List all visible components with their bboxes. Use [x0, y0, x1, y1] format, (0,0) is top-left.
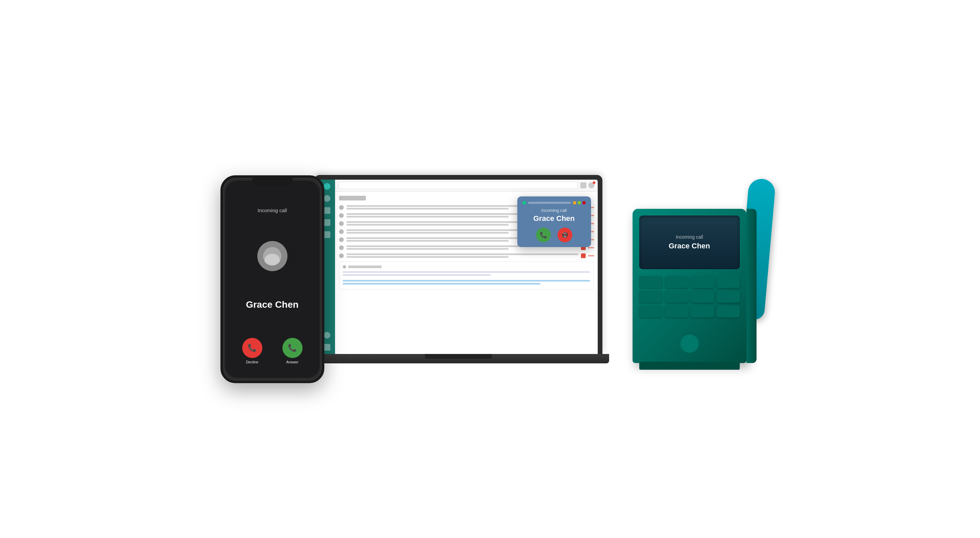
- list-line-2: [347, 208, 509, 209]
- popup-traffic-lights: [573, 201, 585, 204]
- list-item[interactable]: [339, 254, 594, 258]
- popup-answer-button[interactable]: 📞: [536, 228, 551, 243]
- popup-titlebar: [523, 201, 585, 204]
- laptop-screen: Incoming call Grace Chen 📞 📵: [319, 180, 598, 354]
- call-dots: [588, 247, 594, 248]
- phone-body: Incoming call Grace Chen: [633, 209, 746, 363]
- key-5[interactable]: [639, 291, 662, 303]
- popup-incoming-label: Incoming call: [523, 208, 585, 213]
- key-9[interactable]: [639, 305, 662, 318]
- phone-contact-name: Grace Chen: [246, 299, 299, 310]
- key-3[interactable]: [691, 276, 714, 288]
- phone-feet: [639, 362, 740, 370]
- phone-incoming-label: Incoming call: [258, 208, 287, 213]
- popup-caller-name: Grace Chen: [523, 214, 585, 223]
- smartphone-notch: [252, 178, 293, 187]
- bell-icon[interactable]: [588, 182, 594, 188]
- list-dot: [339, 229, 344, 234]
- sidebar-calls-icon[interactable]: [324, 219, 330, 226]
- panel-dot: [343, 265, 346, 268]
- key-star[interactable]: [665, 305, 688, 318]
- panel-header: [343, 265, 590, 268]
- call-dots: [588, 255, 594, 256]
- grid-icon[interactable]: [580, 182, 586, 188]
- panel-line-1: [343, 271, 590, 273]
- sidebar-extra-icon[interactable]: [324, 344, 330, 351]
- list-title: [339, 196, 366, 200]
- laptop-lid: Incoming call Grace Chen 📞 📵: [314, 175, 602, 354]
- decline-action[interactable]: 📞 Decline: [242, 338, 262, 364]
- desk-phone-incoming-label: Incoming call: [676, 234, 703, 239]
- sidebar-home-icon[interactable]: [324, 195, 330, 202]
- desk-phone-screen: Incoming call Grace Chen: [639, 216, 740, 269]
- list-dot: [339, 254, 344, 258]
- list-dot: [339, 213, 344, 218]
- answer-btn-circle[interactable]: 📞: [282, 338, 302, 358]
- popup-status-dot: [523, 201, 526, 204]
- list-lines: [347, 254, 578, 258]
- list-dot: [339, 221, 344, 226]
- sidebar-messages-icon[interactable]: [324, 231, 330, 238]
- toolbar-icons: [580, 182, 594, 188]
- answer-phone-icon: 📞: [288, 343, 297, 352]
- incoming-call-popup: Incoming call Grace Chen 📞 📵: [517, 196, 591, 247]
- key-hash[interactable]: [717, 305, 740, 318]
- answer-action[interactable]: 📞 Answer: [282, 338, 302, 364]
- decline-btn-circle[interactable]: 📞: [242, 338, 262, 358]
- search-input[interactable]: [338, 182, 578, 189]
- list-dot: [339, 237, 344, 242]
- key-8[interactable]: [717, 291, 740, 303]
- desk-phone: Incoming call Grace Chen: [619, 189, 760, 363]
- panel-title: [348, 265, 382, 268]
- popup-decline-button[interactable]: 📵: [557, 228, 572, 243]
- phone-side-accent: [746, 209, 757, 363]
- panel-line-2: [343, 274, 491, 276]
- avatar-body: [265, 254, 280, 265]
- panel-line-4: [343, 283, 541, 284]
- popup-actions: 📞 📵: [523, 228, 585, 243]
- smartphone-screen: Incoming call Grace Chen 📞 Decline 📞: [225, 181, 320, 378]
- minimize-button[interactable]: [573, 201, 576, 204]
- close-button[interactable]: [582, 201, 585, 204]
- key-6[interactable]: [665, 291, 688, 303]
- answer-label: Answer: [286, 360, 299, 364]
- decline-label: Decline: [246, 360, 258, 364]
- app-toolbar: [335, 180, 598, 192]
- smartphone: Incoming call Grace Chen 📞 Decline 📞: [220, 175, 325, 383]
- key-0[interactable]: [691, 305, 714, 318]
- laptop-hinge: [425, 354, 492, 359]
- key-7[interactable]: [691, 291, 714, 303]
- scene: Incoming call Grace Chen 📞 Decline 📞: [0, 0, 980, 538]
- maximize-button[interactable]: [578, 201, 581, 204]
- sidebar-settings-icon[interactable]: [324, 332, 330, 338]
- notification-badge: [593, 181, 595, 184]
- desk-phone-caller-name: Grace Chen: [669, 242, 710, 251]
- list-dot: [339, 205, 344, 210]
- decline-phone-icon: 📞: [248, 343, 257, 352]
- key-1[interactable]: [639, 276, 662, 288]
- avatar: [257, 241, 288, 271]
- key-2[interactable]: [665, 276, 688, 288]
- call-icon-red: [581, 254, 585, 258]
- phone-keypad: [639, 276, 740, 318]
- phone-speaker: [679, 333, 700, 353]
- phone-actions: 📞 Decline 📞 Answer: [242, 338, 302, 364]
- detail-panel: [339, 262, 594, 290]
- panel-line-3: [343, 280, 590, 282]
- key-4[interactable]: [717, 276, 740, 288]
- laptop: Incoming call Grace Chen 📞 📵: [314, 175, 609, 363]
- sidebar-contacts-icon[interactable]: [324, 207, 330, 214]
- list-dot: [339, 245, 344, 250]
- laptop-base: [307, 354, 609, 363]
- avatar-icon: [263, 247, 282, 265]
- popup-drag-handle: [528, 202, 571, 204]
- sidebar-logo: [324, 183, 330, 190]
